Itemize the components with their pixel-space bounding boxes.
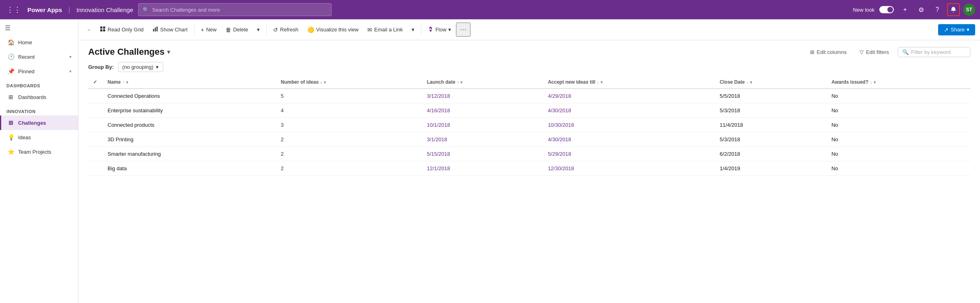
search-bar[interactable]: 🔍	[138, 3, 332, 16]
sidebar-item-recent-label: Recent	[18, 54, 35, 60]
row-name-3: 3D Printing	[103, 132, 276, 147]
check-all-icon[interactable]: ✓	[93, 79, 97, 85]
group-by-label: Group By:	[88, 64, 114, 70]
new-look-toggle[interactable]	[879, 6, 894, 13]
refresh-button[interactable]: ↺ Refresh	[269, 24, 302, 35]
row-num-ideas-4: 2	[276, 147, 422, 161]
row-check-3[interactable]	[88, 132, 103, 147]
view-actions: ⊞ Edit columns ▽ Edit filters 🔍 Filter b…	[806, 47, 971, 57]
row-num-ideas-1: 4	[276, 103, 422, 118]
toolbar-divider-1	[194, 25, 195, 35]
col-awards-label: Awards issued?	[831, 79, 868, 85]
toolbar-divider-2	[266, 25, 267, 35]
filter-placeholder: Filter by keyword	[911, 49, 951, 55]
ideas-icon: 💡	[8, 134, 14, 140]
notification-icon[interactable]	[947, 3, 960, 16]
sort-desc-icon: ↓	[870, 80, 872, 85]
table-body: Connected Operations 5 3/12/2018 4/29/20…	[88, 89, 970, 176]
new-button[interactable]: + New	[197, 24, 221, 35]
col-launch-date[interactable]: Launch date ↑ ▾	[422, 76, 543, 89]
flow-button[interactable]: Flow ▾	[424, 24, 455, 35]
svg-rect-6	[156, 27, 157, 31]
sidebar-item-pinned[interactable]: 📌 Pinned ▾	[0, 64, 78, 78]
table-row[interactable]: Enterprise sustainability 4 4/16/2018 4/…	[88, 103, 970, 118]
show-chart-label: Show Chart	[160, 27, 188, 33]
row-check-4[interactable]	[88, 147, 103, 161]
data-table: ✓ Name ↑ ▾ Number of ideas	[88, 76, 970, 176]
visualize-label: Visualize this view	[316, 27, 358, 33]
email-link-button[interactable]: ✉ Email a Link	[363, 24, 407, 35]
group-by-chevron-icon: ▾	[156, 64, 159, 70]
home-icon: 🏠	[8, 39, 14, 45]
col-launch-date-label: Launch date	[427, 79, 456, 85]
refresh-icon: ↺	[273, 27, 278, 33]
plus-icon[interactable]: +	[899, 3, 912, 16]
delete-button[interactable]: 🗑 Delete	[222, 24, 253, 35]
flow-icon	[428, 26, 433, 33]
sidebar: ☰ 🏠 Home 🕐 Recent ▾ 📌 Pinned ▾ Dashboard…	[0, 19, 79, 303]
chevron-down-icon: ▾	[69, 54, 72, 60]
group-by-select[interactable]: (no grouping) ▾	[118, 62, 163, 72]
delete-label: Delete	[233, 27, 249, 33]
search-icon: 🔍	[143, 7, 149, 13]
recent-icon: 🕐	[8, 54, 14, 60]
top-nav-icons: + ⚙ ? ST	[899, 3, 975, 16]
team-projects-icon: ⭐	[8, 148, 14, 155]
more-options-button[interactable]: ⋯	[456, 23, 470, 37]
show-chart-button[interactable]: Show Chart	[149, 24, 192, 35]
row-num-ideas-3: 2	[276, 132, 422, 147]
avatar[interactable]: ST	[963, 4, 975, 16]
view-title-chevron-icon[interactable]: ▾	[167, 49, 170, 55]
row-check-5[interactable]	[88, 161, 103, 176]
read-only-grid-button[interactable]: Read Only Grid	[96, 24, 148, 35]
edit-filters-button[interactable]: ▽ Edit filters	[856, 47, 893, 57]
col-name[interactable]: Name ↑ ▾	[103, 76, 276, 89]
waffle-icon[interactable]: ⋮⋮	[5, 4, 23, 16]
plus-icon: +	[201, 27, 204, 33]
sidebar-toggle[interactable]: ☰	[0, 21, 78, 35]
row-launch-date-5: 12/1/2018	[422, 161, 543, 176]
gear-icon[interactable]: ⚙	[915, 3, 928, 16]
col-close-date[interactable]: Close Date ↓ ▾	[715, 76, 827, 89]
filter-input[interactable]: 🔍 Filter by keyword	[898, 47, 970, 57]
col-num-ideas[interactable]: Number of ideas ↓ ▾	[276, 76, 422, 89]
col-accept-till[interactable]: Accept new ideas till ↓ ▾	[543, 76, 715, 89]
app-name: Innovation Challenge	[77, 6, 133, 13]
row-close-date-1: 5/3/2018	[715, 103, 827, 118]
delete-dropdown-button[interactable]: ▾	[253, 24, 264, 35]
chevron-down-icon: ▾	[69, 69, 72, 74]
row-launch-date-1: 4/16/2018	[422, 103, 543, 118]
sidebar-item-recent[interactable]: 🕐 Recent ▾	[0, 49, 78, 64]
sidebar-item-ideas[interactable]: 💡 Ideas	[0, 130, 78, 144]
table-row[interactable]: Smarter manufacturing 2 5/15/2018 5/29/2…	[88, 147, 970, 161]
edit-columns-label: Edit columns	[817, 49, 847, 55]
edit-filters-icon: ▽	[860, 49, 864, 55]
col-awards[interactable]: Awards issued? ↓ ▾	[827, 76, 970, 89]
help-icon[interactable]: ?	[931, 3, 944, 16]
sidebar-item-dashboards[interactable]: ⊞ Dashboards	[0, 90, 78, 104]
row-check-0[interactable]	[88, 89, 103, 103]
table-row[interactable]: Connected products 3 10/1/2018 10/30/201…	[88, 118, 970, 132]
table-row[interactable]: 3D Printing 2 3/1/2018 4/30/2018 5/3/201…	[88, 132, 970, 147]
row-awards-1: No	[827, 103, 970, 118]
search-input[interactable]	[152, 7, 327, 13]
visualize-button[interactable]: 🟡 Visualize this view	[303, 24, 363, 35]
group-by-bar: Group By: (no grouping) ▾	[79, 60, 980, 76]
delete-icon: 🗑	[226, 27, 231, 33]
table-wrap: ✓ Name ↑ ▾ Number of ideas	[79, 76, 980, 303]
filter-search-icon: 🔍	[902, 49, 909, 55]
table-row[interactable]: Big data 2 12/1/2018 12/30/2018 1/4/2019…	[88, 161, 970, 176]
row-check-1[interactable]	[88, 103, 103, 118]
row-check-2[interactable]	[88, 118, 103, 132]
sidebar-item-home[interactable]: 🏠 Home	[0, 35, 78, 49]
edit-columns-button[interactable]: ⊞ Edit columns	[806, 47, 851, 57]
email-dropdown-button[interactable]: ▾	[408, 24, 419, 35]
share-button[interactable]: ↗ Share ▾	[938, 24, 975, 35]
row-awards-0: No	[827, 89, 970, 103]
back-button[interactable]: ←	[83, 24, 95, 35]
col-close-date-label: Close Date	[720, 79, 745, 85]
sidebar-item-challenges[interactable]: ⊞ Challenges	[0, 115, 78, 130]
table-row[interactable]: Connected Operations 5 3/12/2018 4/29/20…	[88, 89, 970, 103]
row-launch-date-3: 3/1/2018	[422, 132, 543, 147]
sidebar-item-team-projects[interactable]: ⭐ Team Projects	[0, 144, 78, 159]
